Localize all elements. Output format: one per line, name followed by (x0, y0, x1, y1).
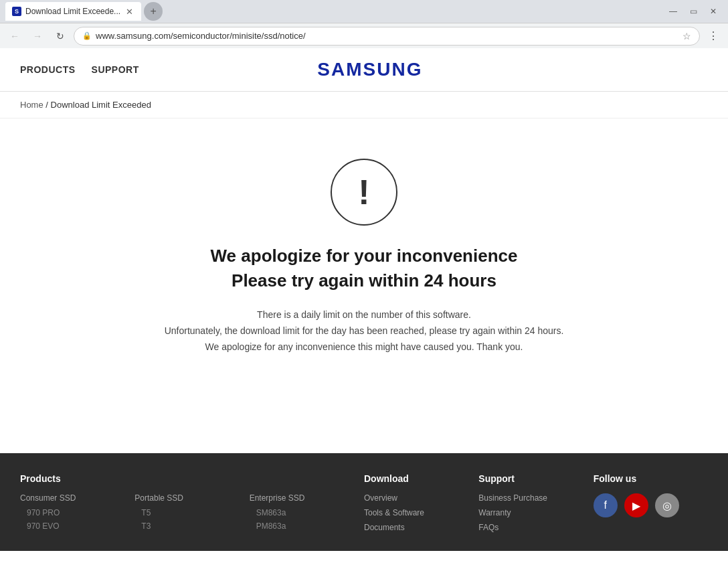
browser-chrome: S Download Limit Exceede... ✕ + — ▭ ✕ ← … (0, 0, 728, 48)
footer-col-support: Support Business Purchase Warranty FAQs (478, 473, 593, 538)
instagram-button[interactable]: ◎ (655, 493, 679, 517)
back-button[interactable]: ← (5, 27, 24, 46)
footer-col-enterprise: Enterprise SSD SM863a PM863a (250, 473, 364, 538)
breadcrumb-home[interactable]: Home (20, 100, 43, 110)
footer-item-sm863a[interactable]: SM863a (250, 508, 364, 517)
forward-button[interactable]: → (28, 27, 47, 46)
error-description: There is a daily limit on the number of … (13, 307, 715, 355)
footer-follow-title: Follow us (594, 473, 708, 484)
footer-col-follow: Follow us f ▶ ◎ (594, 473, 708, 538)
window-controls: — ▭ ✕ (664, 5, 723, 18)
footer-item-t5[interactable]: T5 (134, 508, 249, 517)
page-content: PRODUCTS SUPPORT SAMSUNG Home / Download… (0, 48, 728, 573)
footer-item-t3[interactable]: T3 (134, 521, 249, 531)
browser-titlebar: S Download Limit Exceede... ✕ + — ▭ ✕ (0, 0, 728, 23)
new-tab-button[interactable]: + (144, 2, 163, 21)
breadcrumb: Home / Download Limit Exceeded (0, 92, 728, 118)
site-footer: Products Consumer SSD 970 PRO 970 EVO Po… (0, 453, 728, 551)
footer-col-download: Download Overview Tools & Software Docum… (364, 473, 478, 538)
error-desc-line1: There is a daily limit on the number of … (13, 307, 715, 323)
refresh-button[interactable]: ↻ (51, 27, 70, 46)
footer-item-tools-software[interactable]: Tools & Software (364, 508, 478, 517)
facebook-button[interactable]: f (594, 493, 618, 517)
browser-toolbar: ← → ↻ 🔒 www.samsung.com/semiconductor/mi… (0, 23, 728, 48)
footer-portable-title (134, 473, 249, 484)
nav-products[interactable]: PRODUCTS (20, 64, 76, 75)
footer-col-portable: Portable SSD T5 T3 (134, 473, 249, 538)
url-text: www.samsung.com/semiconductor/minisite/s… (96, 31, 678, 41)
footer-item-faqs[interactable]: FAQs (478, 523, 593, 532)
browser-menu-button[interactable]: ⋮ (704, 27, 723, 46)
footer-item-business-purchase[interactable]: Business Purchase (478, 493, 593, 503)
footer-col-products: Products Consumer SSD 970 PRO 970 EVO (20, 473, 134, 538)
site-header: PRODUCTS SUPPORT SAMSUNG (0, 48, 728, 92)
close-button[interactable]: ✕ (704, 5, 723, 18)
site-logo: SAMSUNG (317, 59, 422, 80)
page-wrapper: PRODUCTS SUPPORT SAMSUNG Home / Download… (0, 48, 728, 573)
main-content: ! We apologize for your inconvenience Pl… (0, 118, 728, 453)
footer-social-links: f ▶ ◎ (594, 493, 708, 517)
tab-favicon: S (12, 7, 21, 16)
footer-item-pm863a[interactable]: PM863a (250, 521, 364, 531)
youtube-icon: ▶ (632, 499, 640, 512)
footer-item-warranty[interactable]: Warranty (478, 508, 593, 517)
address-bar[interactable]: 🔒 www.samsung.com/semiconductor/minisite… (74, 27, 700, 46)
footer-item-970-pro[interactable]: 970 PRO (20, 508, 134, 517)
footer-support-title: Support (478, 473, 593, 484)
error-exclamation-icon: ! (358, 175, 369, 210)
error-desc-line3: We apologize for any inconvenience this … (13, 339, 715, 355)
restore-button[interactable]: ▭ (684, 5, 703, 18)
instagram-icon: ◎ (662, 499, 672, 512)
bookmark-star-icon[interactable]: ☆ (682, 31, 691, 42)
tab-title: Download Limit Exceede... (25, 7, 120, 16)
tab-close-button[interactable]: ✕ (124, 7, 134, 17)
youtube-button[interactable]: ▶ (624, 493, 648, 517)
minimize-button[interactable]: — (664, 5, 682, 18)
footer-item-enterprise-ssd[interactable]: Enterprise SSD (250, 493, 364, 503)
footer-download-title: Download (364, 473, 478, 484)
footer-item-consumer-ssd[interactable]: Consumer SSD (20, 493, 134, 503)
nav-support[interactable]: SUPPORT (92, 64, 139, 75)
site-nav: PRODUCTS SUPPORT (20, 64, 139, 75)
error-icon-container: ! (331, 159, 397, 226)
footer-item-970-evo[interactable]: 970 EVO (20, 521, 134, 531)
breadcrumb-separator: / (46, 100, 48, 110)
footer-columns: Products Consumer SSD 970 PRO 970 EVO Po… (20, 473, 708, 538)
error-subtitle: Please try again within 24 hours (13, 270, 715, 291)
footer-item-documents[interactable]: Documents (364, 523, 478, 532)
browser-tab[interactable]: S Download Limit Exceede... ✕ (5, 2, 141, 21)
breadcrumb-current: Download Limit Exceeded (51, 100, 151, 110)
footer-products-title: Products (20, 473, 134, 484)
error-desc-line2: Unfortunately, the download limit for th… (13, 323, 715, 339)
footer-item-overview[interactable]: Overview (364, 493, 478, 503)
lock-icon: 🔒 (82, 31, 92, 40)
footer-enterprise-title (250, 473, 364, 484)
error-title: We apologize for your inconvenience (13, 246, 715, 266)
footer-item-portable-ssd[interactable]: Portable SSD (134, 493, 249, 503)
facebook-icon: f (604, 499, 606, 511)
